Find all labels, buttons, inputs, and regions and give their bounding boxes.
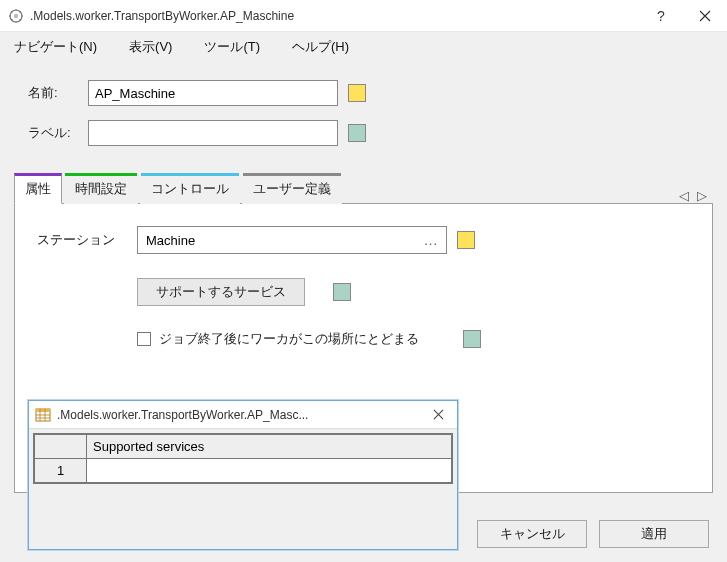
inherit-chip-services[interactable] <box>333 283 351 301</box>
label-input[interactable] <box>88 120 338 146</box>
name-input[interactable] <box>88 80 338 106</box>
name-label: 名前: <box>28 84 88 102</box>
help-button[interactable]: ? <box>639 0 683 32</box>
footer-buttons: キャンセル 適用 <box>477 520 709 548</box>
station-label: ステーション <box>37 231 137 249</box>
services-subwindow: .Models.worker.TransportByWorker.AP_Masc… <box>28 400 458 550</box>
label-label: ラベル: <box>28 124 88 142</box>
cancel-button[interactable]: キャンセル <box>477 520 587 548</box>
subwindow-titlebar[interactable]: .Models.worker.TransportByWorker.AP_Masc… <box>29 401 457 429</box>
table-row[interactable]: 1 <box>35 459 452 483</box>
inherit-chip-stay[interactable] <box>463 330 481 348</box>
subwindow-close-icon[interactable] <box>425 407 451 423</box>
svg-point-1 <box>14 13 18 17</box>
tab-controls[interactable]: コントロール <box>140 173 240 204</box>
menubar: ナビゲート(N) 表示(V) ツール(T) ヘルプ(H) <box>0 32 727 62</box>
supported-services-button[interactable]: サポートするサービス <box>137 278 305 306</box>
apply-button[interactable]: 適用 <box>599 520 709 548</box>
tab-controls-label: コントロール <box>151 181 229 196</box>
tab-attributes[interactable]: 属性 <box>14 173 62 204</box>
window-title: .Models.worker.TransportByWorker.AP_Masc… <box>30 9 639 23</box>
services-grid[interactable]: Supported services 1 <box>33 433 453 484</box>
tab-user-label: ユーザー定義 <box>253 181 331 196</box>
form-area: 名前: ラベル: <box>0 62 727 166</box>
menu-help[interactable]: ヘルプ(H) <box>288 35 353 59</box>
menu-navigate[interactable]: ナビゲート(N) <box>10 35 101 59</box>
inherit-chip-name[interactable] <box>348 84 366 102</box>
station-value: Machine <box>146 233 424 248</box>
stay-label: ジョブ終了後にワーカがこの場所にとどまる <box>159 330 419 348</box>
grid-corner <box>35 435 87 459</box>
browse-icon[interactable]: ... <box>424 233 438 248</box>
subwindow-title: .Models.worker.TransportByWorker.AP_Masc… <box>57 408 425 422</box>
tab-strip: 属性 時間設定 コントロール ユーザー定義 ◁ ▷ <box>14 172 713 203</box>
tab-next-icon[interactable]: ▷ <box>697 188 707 203</box>
menu-tools[interactable]: ツール(T) <box>200 35 264 59</box>
station-field[interactable]: Machine ... <box>137 226 447 254</box>
grid-row-index: 1 <box>35 459 87 483</box>
grid-cell[interactable] <box>87 459 452 483</box>
tab-prev-icon[interactable]: ◁ <box>679 188 689 203</box>
titlebar: .Models.worker.TransportByWorker.AP_Masc… <box>0 0 727 32</box>
stay-checkbox[interactable] <box>137 332 151 346</box>
inherit-chip-label[interactable] <box>348 124 366 142</box>
app-icon <box>8 8 24 24</box>
tab-times[interactable]: 時間設定 <box>64 173 138 204</box>
tab-attributes-label: 属性 <box>25 181 51 196</box>
tab-user[interactable]: ユーザー定義 <box>242 173 342 204</box>
svg-rect-3 <box>36 409 50 412</box>
grid-col-services[interactable]: Supported services <box>87 435 452 459</box>
menu-view[interactable]: 表示(V) <box>125 35 176 59</box>
close-button[interactable] <box>683 0 727 32</box>
tab-times-label: 時間設定 <box>75 181 127 196</box>
inherit-chip-station[interactable] <box>457 231 475 249</box>
table-icon <box>35 407 51 423</box>
